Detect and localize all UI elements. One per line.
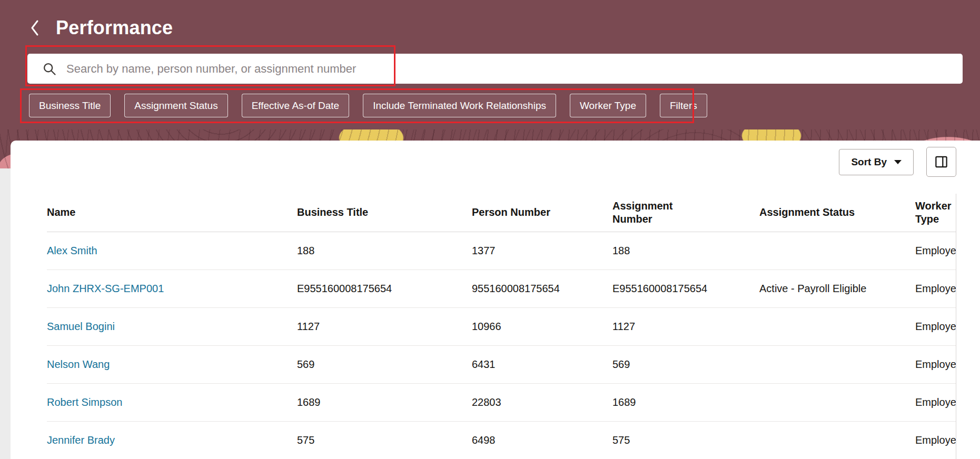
table-header-row: Name Business Title Person Number Assign… bbox=[47, 194, 956, 232]
person-number-cell: 10966 bbox=[472, 307, 612, 345]
employee-name-link[interactable]: John ZHRX-SG-EMP001 bbox=[47, 283, 164, 294]
column-layout-button[interactable] bbox=[926, 147, 956, 177]
employee-name-link[interactable]: Robert Simpson bbox=[47, 396, 122, 408]
assignment-status-cell bbox=[759, 421, 915, 459]
assignment-number-cell: 1689 bbox=[612, 383, 759, 421]
table-row: Samuel Bogini 1127 10966 1127 Employee bbox=[47, 307, 956, 345]
table-row: Alex Smith 188 1377 188 Employee bbox=[47, 232, 956, 270]
results-card: Sort By Name Business Title Person Numbe… bbox=[11, 141, 980, 459]
business-title-cell: 1689 bbox=[297, 383, 472, 421]
business-title-cell: 1127 bbox=[297, 307, 472, 345]
filter-chip-worker-type[interactable]: Worker Type bbox=[570, 94, 646, 117]
performance-page: { "header": { "title": "Performance", "s… bbox=[0, 0, 980, 459]
columns-layout-icon bbox=[934, 155, 948, 169]
worker-type-cell: Employee bbox=[915, 421, 956, 459]
filter-chip-effective-as-of-date[interactable]: Effective As-of Date bbox=[242, 94, 350, 117]
business-title-cell: E955160008175654 bbox=[297, 270, 472, 307]
employee-name-link[interactable]: Alex Smith bbox=[47, 245, 97, 256]
worker-type-cell: Employee bbox=[915, 383, 956, 421]
filter-chip-business-title[interactable]: Business Title bbox=[29, 94, 111, 117]
person-number-cell: 955160008175654 bbox=[472, 270, 612, 307]
column-header-business-title: Business Title bbox=[297, 194, 472, 232]
assignment-status-cell bbox=[759, 383, 915, 421]
column-header-assignment-number: Assignment Number bbox=[612, 194, 759, 232]
column-header-person-number: Person Number bbox=[472, 194, 612, 232]
person-number-cell: 22803 bbox=[472, 383, 612, 421]
employee-name-link[interactable]: Samuel Bogini bbox=[47, 321, 115, 332]
chevron-left-icon bbox=[29, 19, 40, 37]
worker-type-cell: Employee bbox=[915, 307, 956, 345]
assignment-number-cell: E955160008175654 bbox=[612, 270, 759, 307]
worker-type-cell: Employee bbox=[915, 270, 956, 307]
back-button[interactable] bbox=[27, 17, 42, 39]
filter-chip-include-terminated[interactable]: Include Terminated Work Relationships bbox=[363, 94, 556, 117]
worker-type-cell: Employee bbox=[915, 232, 956, 270]
title-row: Performance bbox=[27, 17, 173, 39]
table-row: Robert Simpson 1689 22803 1689 Employee bbox=[47, 383, 956, 421]
person-number-cell: 6498 bbox=[472, 421, 612, 459]
assignment-status-cell bbox=[759, 345, 915, 383]
assignment-status-cell: Active - Payroll Eligible bbox=[759, 270, 915, 307]
table-row: John ZHRX-SG-EMP001 E955160008175654 955… bbox=[47, 270, 956, 307]
business-title-cell: 188 bbox=[297, 232, 472, 270]
search-input[interactable] bbox=[57, 54, 963, 84]
workers-table: Name Business Title Person Number Assign… bbox=[47, 194, 956, 459]
sort-by-button[interactable]: Sort By bbox=[839, 149, 914, 175]
business-title-cell: 569 bbox=[297, 345, 472, 383]
page-title: Performance bbox=[56, 17, 173, 39]
assignment-number-cell: 569 bbox=[612, 345, 759, 383]
table-row: Jennifer Brady 575 6498 575 Employee bbox=[47, 421, 956, 459]
table-row: Nelson Wang 569 6431 569 Employee bbox=[47, 345, 956, 383]
assignment-number-cell: 1127 bbox=[612, 307, 759, 345]
search-bar bbox=[27, 54, 963, 84]
filter-chip-row: Business Title Assignment Status Effecti… bbox=[29, 94, 707, 117]
column-header-assignment-status: Assignment Status bbox=[759, 194, 915, 232]
workers-table-container: Name Business Title Person Number Assign… bbox=[47, 194, 956, 459]
search-icon bbox=[42, 62, 57, 76]
sort-by-label: Sort By bbox=[851, 156, 887, 168]
assignment-status-cell bbox=[759, 232, 915, 270]
chevron-down-icon bbox=[894, 160, 902, 164]
assignment-number-cell: 575 bbox=[612, 421, 759, 459]
app-header: Performance Business Title Assignment St… bbox=[0, 0, 980, 129]
person-number-cell: 1377 bbox=[472, 232, 612, 270]
assignment-status-cell bbox=[759, 307, 915, 345]
filter-chip-assignment-status[interactable]: Assignment Status bbox=[124, 94, 227, 117]
column-header-worker-type: Worker Type bbox=[915, 194, 956, 232]
employee-name-link[interactable]: Nelson Wang bbox=[47, 358, 110, 370]
person-number-cell: 6431 bbox=[472, 345, 612, 383]
column-header-name: Name bbox=[47, 194, 297, 232]
assignment-number-cell: 188 bbox=[612, 232, 759, 270]
results-toolbar: Sort By bbox=[839, 147, 956, 177]
worker-type-cell: Employee bbox=[915, 345, 956, 383]
employee-name-link[interactable]: Jennifer Brady bbox=[47, 434, 115, 446]
filters-button[interactable]: Filters bbox=[660, 94, 707, 117]
business-title-cell: 575 bbox=[297, 421, 472, 459]
